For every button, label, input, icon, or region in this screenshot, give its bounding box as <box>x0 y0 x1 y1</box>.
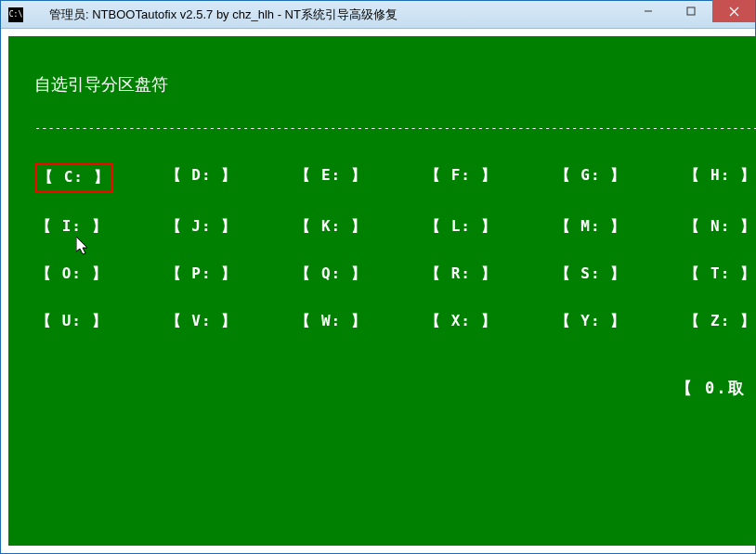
drive-button-z[interactable]: 【 Z: 】 <box>683 308 756 335</box>
app-window: C:\ 管理员: NTBOOTautofix v2.5.7 by chz_hlh… <box>0 0 756 554</box>
drive-button-i[interactable]: 【 I: 】 <box>34 213 110 240</box>
drive-button-v[interactable]: 【 V: 】 <box>164 308 240 335</box>
drive-button-p[interactable]: 【 P: 】 <box>164 261 240 288</box>
close-icon <box>729 6 739 17</box>
cancel-row: 【 0.取 消 】 <box>34 378 756 399</box>
svg-rect-1 <box>687 7 695 15</box>
drive-button-m[interactable]: 【 M: 】 <box>554 213 629 240</box>
cancel-button[interactable]: 【 0.取 消 】 <box>676 379 756 397</box>
drive-button-o[interactable]: 【 O: 】 <box>34 261 110 288</box>
drive-button-r[interactable]: 【 R: 】 <box>424 261 499 288</box>
drive-button-l[interactable]: 【 L: 】 <box>424 213 499 240</box>
window-controls <box>627 1 755 28</box>
minimize-button[interactable] <box>627 0 670 22</box>
maximize-button[interactable] <box>670 0 712 22</box>
drive-button-k[interactable]: 【 K: 】 <box>293 213 369 240</box>
drive-button-f[interactable]: 【 F: 】 <box>424 162 499 189</box>
heading: 自选引导分区盘符 <box>34 73 756 96</box>
drive-button-d[interactable]: 【 D: 】 <box>164 162 240 189</box>
drive-button-q[interactable]: 【 Q: 】 <box>293 261 369 288</box>
drive-button-j[interactable]: 【 J: 】 <box>164 213 240 240</box>
drive-button-w[interactable]: 【 W: 】 <box>293 308 369 335</box>
drive-button-u[interactable]: 【 U: 】 <box>34 308 110 335</box>
divider-line: ----------------------------------------… <box>34 122 756 135</box>
drive-button-t[interactable]: 【 T: 】 <box>683 261 756 288</box>
maximize-icon <box>686 6 696 16</box>
app-icon: C:\ <box>8 7 23 22</box>
drive-button-h[interactable]: 【 H: 】 <box>683 162 756 189</box>
titlebar: C:\ 管理员: NTBOOTautofix v2.5.7 by chz_hlh… <box>1 1 755 29</box>
drive-button-y[interactable]: 【 Y: 】 <box>554 308 629 335</box>
drive-button-n[interactable]: 【 N: 】 <box>683 213 756 240</box>
drive-button-e[interactable]: 【 E: 】 <box>293 162 369 189</box>
minimize-icon <box>644 6 653 16</box>
drive-button-x[interactable]: 【 X: 】 <box>424 308 499 335</box>
content-area: 自选引导分区盘符 -------------------------------… <box>1 29 755 553</box>
window-title: 管理员: NTBOOTautofix v2.5.7 by chz_hlh - N… <box>31 6 627 23</box>
drive-grid: 【 C: 】【 D: 】【 E: 】【 F: 】【 G: 】【 H: 】【 I:… <box>34 162 756 335</box>
drive-button-g[interactable]: 【 G: 】 <box>554 162 629 189</box>
drive-button-c[interactable]: 【 C: 】 <box>34 162 113 193</box>
close-button[interactable] <box>712 0 755 22</box>
console-panel: 自选引导分区盘符 -------------------------------… <box>8 36 756 546</box>
drive-button-s[interactable]: 【 S: 】 <box>554 261 629 288</box>
